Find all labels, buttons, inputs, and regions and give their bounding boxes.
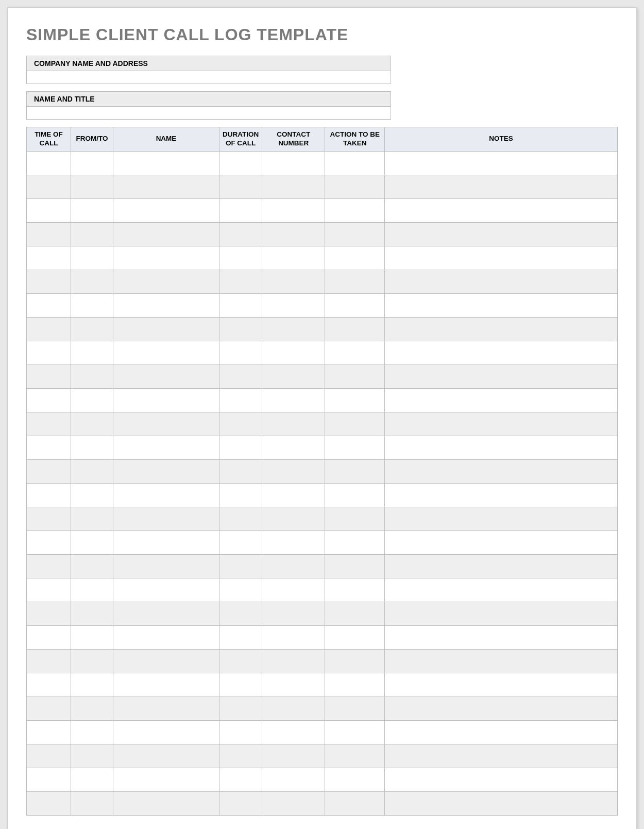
input-time[interactable]	[27, 365, 71, 388]
input-num[interactable]	[262, 270, 325, 293]
input-notes[interactable]	[385, 484, 617, 507]
input-action[interactable]	[325, 412, 384, 436]
input-action[interactable]	[325, 484, 384, 507]
input-fromto[interactable]	[71, 768, 113, 791]
input-fromto[interactable]	[71, 578, 113, 602]
input-num[interactable]	[262, 365, 325, 388]
input-name[interactable]	[113, 365, 219, 388]
input-notes[interactable]	[385, 792, 617, 815]
input-notes[interactable]	[385, 318, 617, 341]
input-action[interactable]	[325, 650, 384, 673]
input-num[interactable]	[262, 175, 325, 198]
input-notes[interactable]	[385, 412, 617, 436]
input-name[interactable]	[113, 246, 219, 270]
input-time[interactable]	[27, 697, 71, 720]
input-num[interactable]	[262, 744, 325, 768]
input-fromto[interactable]	[71, 365, 113, 388]
input-time[interactable]	[27, 152, 71, 175]
input-fromto[interactable]	[71, 792, 113, 815]
input-num[interactable]	[262, 792, 325, 815]
input-dur[interactable]	[219, 365, 262, 388]
input-name[interactable]	[113, 626, 219, 649]
input-num[interactable]	[262, 602, 325, 625]
input-time[interactable]	[27, 673, 71, 697]
input-notes[interactable]	[385, 246, 617, 270]
input-num[interactable]	[262, 484, 325, 507]
input-name[interactable]	[113, 341, 219, 364]
input-dur[interactable]	[219, 650, 262, 673]
input-name[interactable]	[113, 555, 219, 578]
input-fromto[interactable]	[71, 175, 113, 198]
input-num[interactable]	[262, 507, 325, 530]
input-time[interactable]	[27, 294, 71, 317]
input-dur[interactable]	[219, 341, 262, 364]
input-fromto[interactable]	[71, 223, 113, 246]
input-fromto[interactable]	[71, 650, 113, 673]
input-dur[interactable]	[219, 602, 262, 625]
input-fromto[interactable]	[71, 199, 113, 222]
input-action[interactable]	[325, 341, 384, 364]
input-time[interactable]	[27, 318, 71, 341]
input-name[interactable]	[113, 152, 219, 175]
input-time[interactable]	[27, 792, 71, 815]
input-action[interactable]	[325, 199, 384, 222]
input-name[interactable]	[113, 744, 219, 768]
input-action[interactable]	[325, 270, 384, 293]
input-notes[interactable]	[385, 223, 617, 246]
input-num[interactable]	[262, 199, 325, 222]
input-fromto[interactable]	[71, 531, 113, 554]
input-action[interactable]	[325, 246, 384, 270]
input-dur[interactable]	[219, 721, 262, 744]
input-fromto[interactable]	[71, 412, 113, 436]
input-dur[interactable]	[219, 436, 262, 459]
input-notes[interactable]	[385, 697, 617, 720]
input-name[interactable]	[113, 294, 219, 317]
company-input[interactable]	[27, 71, 391, 84]
input-name[interactable]	[113, 389, 219, 412]
input-time[interactable]	[27, 223, 71, 246]
input-fromto[interactable]	[71, 436, 113, 459]
input-name[interactable]	[113, 578, 219, 602]
input-action[interactable]	[325, 460, 384, 483]
input-fromto[interactable]	[71, 697, 113, 720]
input-action[interactable]	[325, 507, 384, 530]
input-dur[interactable]	[219, 223, 262, 246]
input-notes[interactable]	[385, 341, 617, 364]
input-time[interactable]	[27, 175, 71, 198]
input-time[interactable]	[27, 768, 71, 791]
input-num[interactable]	[262, 341, 325, 364]
name-title-input[interactable]	[27, 107, 391, 119]
input-action[interactable]	[325, 389, 384, 412]
input-name[interactable]	[113, 199, 219, 222]
input-notes[interactable]	[385, 175, 617, 198]
input-fromto[interactable]	[71, 318, 113, 341]
input-fromto[interactable]	[71, 626, 113, 649]
input-action[interactable]	[325, 626, 384, 649]
input-action[interactable]	[325, 792, 384, 815]
input-num[interactable]	[262, 152, 325, 175]
input-num[interactable]	[262, 531, 325, 554]
input-dur[interactable]	[219, 744, 262, 768]
input-notes[interactable]	[385, 650, 617, 673]
input-time[interactable]	[27, 484, 71, 507]
input-fromto[interactable]	[71, 270, 113, 293]
input-name[interactable]	[113, 412, 219, 436]
input-action[interactable]	[325, 697, 384, 720]
input-name[interactable]	[113, 673, 219, 697]
input-dur[interactable]	[219, 768, 262, 791]
input-dur[interactable]	[219, 270, 262, 293]
input-num[interactable]	[262, 768, 325, 791]
input-time[interactable]	[27, 436, 71, 459]
input-dur[interactable]	[219, 531, 262, 554]
input-dur[interactable]	[219, 175, 262, 198]
input-num[interactable]	[262, 460, 325, 483]
input-fromto[interactable]	[71, 602, 113, 625]
input-action[interactable]	[325, 318, 384, 341]
input-name[interactable]	[113, 270, 219, 293]
input-action[interactable]	[325, 175, 384, 198]
input-notes[interactable]	[385, 768, 617, 791]
input-dur[interactable]	[219, 484, 262, 507]
input-notes[interactable]	[385, 602, 617, 625]
input-num[interactable]	[262, 626, 325, 649]
input-action[interactable]	[325, 294, 384, 317]
